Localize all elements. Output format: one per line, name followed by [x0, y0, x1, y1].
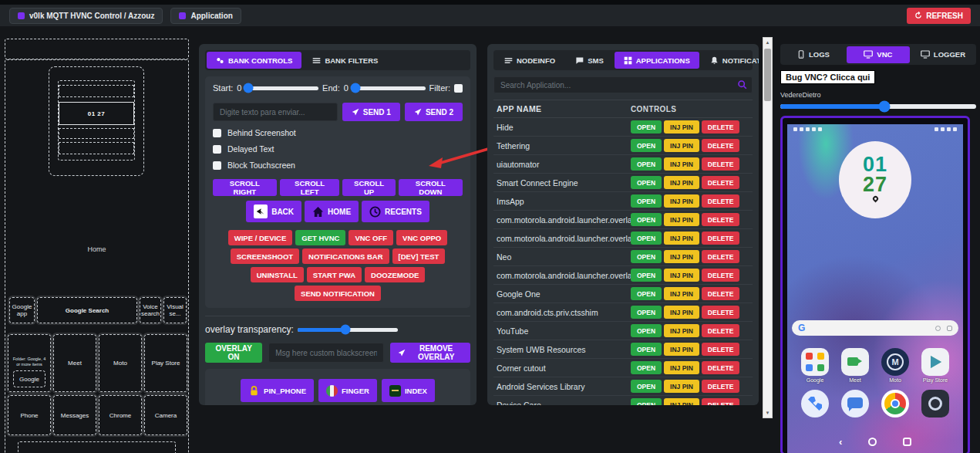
inj-pin-button[interactable]: INJ PIN: [664, 361, 699, 374]
scroll-up-button[interactable]: SCROLL UP: [342, 179, 395, 196]
open-button[interactable]: OPEN: [631, 343, 662, 356]
meet-app[interactable]: Meet: [838, 348, 872, 383]
send1-button[interactable]: SEND 1: [342, 103, 400, 121]
tab-logs[interactable]: LOGS: [782, 46, 845, 63]
lens-icon[interactable]: [947, 326, 952, 331]
play-store-app[interactable]: Play Store: [918, 348, 952, 383]
vnc-off-button[interactable]: VNC OFF: [349, 230, 393, 245]
open-button[interactable]: OPEN: [631, 287, 662, 300]
mic-icon[interactable]: [935, 326, 941, 331]
doozemode-button[interactable]: DOOZEMODE: [365, 267, 425, 282]
finger-button[interactable]: FINGER: [318, 379, 377, 402]
scroll-left-button[interactable]: SCROLL LEFT: [280, 179, 340, 196]
tab-vnc[interactable]: VNC: [847, 46, 910, 63]
start-pwa-button[interactable]: START PWA: [307, 267, 362, 282]
delete-button[interactable]: DELETE: [702, 194, 740, 208]
inj-pin-button[interactable]: INJ PIN: [664, 306, 699, 319]
inj-pin-button[interactable]: INJ PIN: [664, 380, 699, 393]
open-button[interactable]: OPEN: [631, 361, 662, 374]
delete-button[interactable]: DELETE: [702, 250, 740, 263]
blackscreen-msg-input[interactable]: [268, 343, 384, 363]
uninstall-button[interactable]: UNINSTALL: [251, 267, 304, 282]
delayed-text-checkbox[interactable]: [213, 145, 221, 154]
open-button[interactable]: OPEN: [631, 139, 662, 152]
send2-button[interactable]: SEND 2: [405, 103, 463, 121]
wireframe-play-store[interactable]: Play Store: [144, 334, 187, 392]
brand-button[interactable]: v0lk MQTT HVNC Control / Azzouz: [9, 8, 163, 24]
open-button[interactable]: OPEN: [631, 176, 662, 189]
home-button[interactable]: HOME: [305, 201, 359, 222]
index-button[interactable]: INDEX: [382, 379, 435, 402]
tab-sms[interactable]: SMS: [566, 52, 613, 69]
delete-button[interactable]: DELETE: [702, 361, 740, 374]
tab-bank-controls[interactable]: BANK CONTROLS: [207, 52, 301, 69]
filter-checkbox[interactable]: [454, 84, 463, 93]
android-recents-icon[interactable]: [903, 438, 911, 446]
inj-pin-button[interactable]: INJ PIN: [664, 324, 699, 337]
wireframe-google-search[interactable]: Google Search: [37, 297, 137, 323]
vnc-screen[interactable]: 01 27 G Google Meet: [780, 116, 970, 453]
refresh-button[interactable]: REFRESH: [907, 8, 971, 24]
open-button[interactable]: OPEN: [631, 324, 662, 337]
open-button[interactable]: OPEN: [631, 232, 662, 245]
google-folder-app[interactable]: Google: [798, 348, 832, 383]
inj-pin-button[interactable]: INJ PIN: [664, 232, 699, 245]
inj-pin-button[interactable]: INJ PIN: [664, 139, 699, 152]
vnc-oppo-button[interactable]: VNC OPPO: [396, 230, 447, 245]
inj-pin-button[interactable]: INJ PIN: [664, 250, 699, 263]
delete-button[interactable]: DELETE: [702, 120, 740, 134]
end-slider[interactable]: [352, 86, 426, 90]
scroll-down-button[interactable]: SCROLL DOWN: [399, 179, 463, 196]
scrollbar-down-arrow[interactable]: ▼: [763, 408, 772, 418]
delete-button[interactable]: DELETE: [702, 398, 740, 405]
wireframe-visual-search[interactable]: Visual se...: [163, 297, 187, 323]
wireframe-voice-search[interactable]: Voice search: [140, 297, 161, 323]
start-slider[interactable]: [245, 86, 318, 90]
inj-pin-button[interactable]: INJ PIN: [664, 343, 699, 356]
tab-notifications[interactable]: NOTIFICATIONS: [701, 52, 759, 69]
overlay-on-button[interactable]: OVERLAY ON: [205, 343, 262, 363]
wireframe-chrome[interactable]: Chrome: [99, 395, 142, 435]
remove-overlay-button[interactable]: REMOVE OVERLAY: [390, 343, 470, 363]
delete-button[interactable]: DELETE: [702, 232, 740, 245]
end-slider-knob[interactable]: [350, 83, 360, 93]
phone-app[interactable]: [798, 390, 832, 418]
get-hvnc-button[interactable]: GET HVNC: [295, 230, 345, 245]
open-button[interactable]: OPEN: [631, 157, 662, 171]
moto-app[interactable]: M Moto: [878, 348, 912, 383]
wireframe-camera[interactable]: Camera: [144, 395, 187, 435]
inj-pin-button[interactable]: INJ PIN: [664, 269, 699, 282]
inj-pin-button[interactable]: INJ PIN: [664, 287, 699, 300]
wireframe-meet[interactable]: Meet: [53, 334, 96, 392]
wireframe-moto[interactable]: Moto: [99, 334, 142, 392]
wireframe-google-app[interactable]: Google app: [9, 297, 35, 323]
vederedietro-slider[interactable]: [780, 104, 976, 109]
delete-button[interactable]: DELETE: [702, 269, 740, 282]
application-button[interactable]: Application: [170, 8, 241, 24]
delete-button[interactable]: DELETE: [702, 306, 740, 319]
android-back-icon[interactable]: ‹: [839, 436, 842, 448]
camera-app[interactable]: [918, 390, 952, 418]
open-button[interactable]: OPEN: [631, 269, 662, 282]
open-button[interactable]: OPEN: [631, 120, 662, 134]
block-touchscreen-checkbox[interactable]: [213, 161, 221, 170]
open-button[interactable]: OPEN: [631, 213, 662, 226]
overlay-transparency-slider[interactable]: [298, 328, 398, 332]
tab-nodeinfo[interactable]: NODEINFO: [495, 52, 564, 69]
inj-pin-button[interactable]: INJ PIN: [664, 120, 699, 134]
open-button[interactable]: OPEN: [631, 194, 662, 208]
apps-scrollbar[interactable]: ▲ ▼: [763, 37, 773, 418]
open-button[interactable]: OPEN: [631, 306, 662, 319]
pin-phone-button[interactable]: PIN_PHONE: [241, 379, 314, 402]
chrome-app[interactable]: [878, 390, 912, 418]
back-button[interactable]: BACK: [246, 201, 301, 222]
scroll-right-button[interactable]: SCROLL RIGHT: [213, 179, 277, 196]
behind-screenshot-checkbox[interactable]: [213, 129, 221, 137]
open-button[interactable]: OPEN: [631, 250, 662, 263]
android-home-icon[interactable]: [868, 438, 877, 446]
delete-button[interactable]: DELETE: [702, 139, 740, 152]
google-search-bar[interactable]: G: [792, 320, 958, 336]
wipe-device-button[interactable]: WIPE / DEVICE: [228, 230, 293, 245]
screenshoot-button[interactable]: SCREENSHOOT: [231, 248, 299, 264]
delete-button[interactable]: DELETE: [702, 176, 740, 189]
